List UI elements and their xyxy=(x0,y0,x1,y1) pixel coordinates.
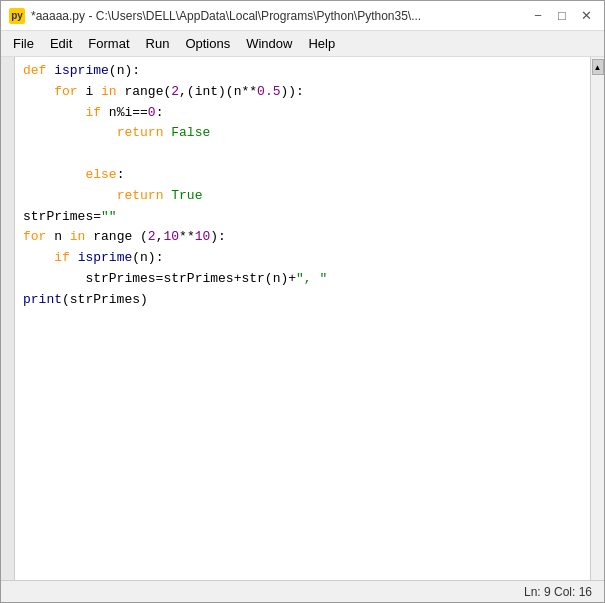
left-sidebar xyxy=(1,57,15,580)
menu-file[interactable]: File xyxy=(5,33,42,54)
title-bar-left: py *aaaaa.py - C:\Users\DELL\AppData\Loc… xyxy=(9,8,421,24)
code-line-2: for i in range(2,(int)(n**0.5)): xyxy=(23,82,582,103)
editor-area: def isprime(n): for i in range(2,(int)(n… xyxy=(1,57,604,580)
code-line-12: print(strPrimes) xyxy=(23,290,582,311)
maximize-button[interactable]: □ xyxy=(552,6,572,26)
code-line-1: def isprime(n): xyxy=(23,61,582,82)
status-bar: Ln: 9 Col: 16 xyxy=(1,580,604,602)
menu-bar: File Edit Format Run Options Window Help xyxy=(1,31,604,57)
minimize-button[interactable]: − xyxy=(528,6,548,26)
menu-options[interactable]: Options xyxy=(177,33,238,54)
window-title: *aaaaa.py - C:\Users\DELL\AppData\Local\… xyxy=(31,9,421,23)
close-button[interactable]: ✕ xyxy=(576,6,596,26)
menu-format[interactable]: Format xyxy=(80,33,137,54)
code-line-6: else: xyxy=(23,165,582,186)
title-bar: py *aaaaa.py - C:\Users\DELL\AppData\Loc… xyxy=(1,1,604,31)
cursor-position: Ln: 9 Col: 16 xyxy=(524,585,592,599)
code-line-11: strPrimes=strPrimes+str(n)+", " xyxy=(23,269,582,290)
code-editor[interactable]: def isprime(n): for i in range(2,(int)(n… xyxy=(15,57,590,580)
code-line-5 xyxy=(23,144,582,165)
code-line-10: if isprime(n): xyxy=(23,248,582,269)
app-icon: py xyxy=(9,8,25,24)
scrollbar-up-button[interactable]: ▲ xyxy=(592,59,604,75)
menu-run[interactable]: Run xyxy=(138,33,178,54)
main-window: py *aaaaa.py - C:\Users\DELL\AppData\Loc… xyxy=(0,0,605,603)
title-bar-controls: − □ ✕ xyxy=(528,6,596,26)
menu-edit[interactable]: Edit xyxy=(42,33,80,54)
code-line-3: if n%i==0: xyxy=(23,103,582,124)
right-sidebar: ▲ xyxy=(590,57,604,580)
menu-help[interactable]: Help xyxy=(300,33,343,54)
code-line-8: strPrimes="" xyxy=(23,207,582,228)
code-line-4: return False xyxy=(23,123,582,144)
code-line-7: return True xyxy=(23,186,582,207)
menu-window[interactable]: Window xyxy=(238,33,300,54)
code-line-9: for n in range (2,10**10): xyxy=(23,227,582,248)
